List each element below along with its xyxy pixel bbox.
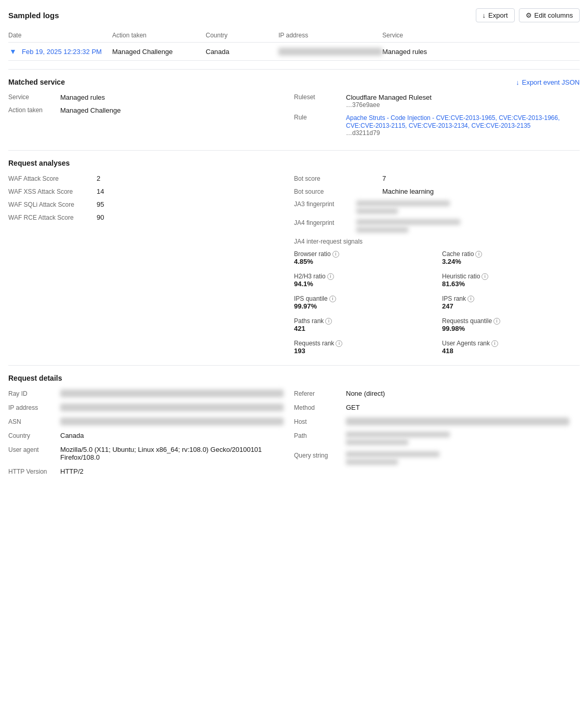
service-row: Service Managed rules — [8, 93, 284, 101]
export-json-label: Export event JSON — [522, 78, 580, 86]
query-string-label: Query string — [294, 451, 346, 459]
col-date: Date — [8, 32, 112, 39]
info-icon-req-rank[interactable]: i — [336, 340, 342, 347]
query-string-row: Query string — [294, 451, 569, 465]
waf-attack-value: 2 — [97, 175, 100, 182]
ruleset-value: Cloudflare Managed Ruleset …376e9aee — [346, 93, 432, 109]
path-row: Path — [294, 432, 569, 445]
ip-address-cell: 192.168.100.1 — [278, 48, 382, 56]
info-icon-ua-rank[interactable]: i — [491, 340, 498, 347]
col-ip: IP address — [278, 32, 382, 39]
ray-id-row: Ray ID XXXXXXXXXXXXXXXX — [8, 390, 284, 397]
ruleset-label: Ruleset — [294, 93, 346, 109]
request-analyses-section: Request analyses WAF Attack Score 2 WAF … — [8, 150, 580, 357]
info-icon-heuristic[interactable]: i — [482, 273, 488, 280]
info-icon-paths-rank[interactable]: i — [325, 318, 332, 325]
host-value: example.cloudflare.com — [346, 418, 569, 425]
service-cell: Managed rules — [382, 48, 580, 56]
path-label: Path — [294, 432, 346, 439]
col-service: Service — [382, 32, 580, 39]
host-row: Host example.cloudflare.com — [294, 418, 569, 425]
chevron-down-icon[interactable]: ▼ — [8, 47, 18, 56]
waf-rce-value: 90 — [97, 213, 104, 221]
info-icon-browser-ratio[interactable]: i — [332, 251, 339, 258]
signal-heuristic-ratio: Heuristic ratio i 81.63% — [442, 273, 580, 288]
info-icon-req-quantile[interactable]: i — [493, 318, 500, 325]
details-left: Ray ID XXXXXXXXXXXXXXXX IP address 192.1… — [8, 390, 294, 481]
analyses-grid: WAF Attack Score 2 WAF XSS Attack Score … — [8, 175, 580, 357]
request-details-section: Request details Ray ID XXXXXXXXXXXXXXXX … — [8, 365, 580, 481]
analyses-title: Request analyses — [8, 159, 70, 167]
col-action: Action taken — [112, 32, 206, 39]
requests-quantile-value: 99.98% — [442, 325, 580, 332]
info-icon-ips-quantile[interactable]: i — [329, 296, 336, 302]
ruleset-row: Ruleset Cloudflare Managed Ruleset …376e… — [294, 93, 569, 109]
header-actions: ↓ Export ⚙ Edit columns — [476, 8, 580, 22]
info-icon-ips-rank[interactable]: i — [467, 296, 474, 302]
waf-sqli-value: 95 — [97, 200, 104, 208]
h2h3-value: 94.1% — [294, 280, 432, 288]
ray-id-value: XXXXXXXXXXXXXXXX — [60, 390, 284, 397]
ray-id-label: Ray ID — [8, 390, 60, 397]
browser-ratio-value: 4.85% — [294, 258, 432, 265]
waf-xss-label: WAF XSS Attack Score — [8, 188, 97, 195]
inter-request-section: JA4 inter-request signals Browser ratio … — [294, 238, 580, 357]
export-label: Export — [488, 11, 508, 19]
action-value: Managed Challenge — [60, 106, 121, 114]
table-header: Date Action taken Country IP address Ser… — [8, 29, 580, 43]
gear-icon: ⚙ — [526, 11, 532, 19]
rule-row: Rule Apache Struts - Code Injection - CV… — [294, 114, 569, 137]
ja4-row: JA4 fingerprint — [294, 219, 580, 233]
waf-xss-value: 14 — [97, 187, 104, 195]
bot-source-value: Machine learning — [382, 187, 434, 195]
matched-service-left: Service Managed rules Action taken Manag… — [8, 93, 294, 142]
date-link[interactable]: Feb 19, 2025 12:23:32 PM — [22, 48, 102, 56]
signal-requests-rank: Requests rank i 193 — [294, 340, 432, 355]
http-version-value: HTTP/2 — [60, 467, 284, 475]
download-icon: ↓ — [483, 11, 486, 19]
method-value: GET — [346, 404, 569, 411]
section-header: Matched service ↓ Export event JSON — [8, 78, 580, 86]
signal-requests-quantile: Requests quantile i 99.98% — [442, 317, 580, 332]
page-header: Sampled logs ↓ Export ⚙ Edit columns — [8, 8, 580, 22]
ja3-value — [356, 200, 450, 214]
right-analysis: Bot score 7 Bot source Machine learning … — [294, 175, 580, 357]
waf-rce-label: WAF RCE Attack Score — [8, 214, 97, 221]
rule-value: Apache Struts - Code Injection - CVE:CVE… — [346, 114, 569, 137]
rule-link[interactable]: Apache Struts - Code Injection - CVE:CVE… — [346, 114, 560, 129]
ja3-row: JA3 fingerprint — [294, 200, 580, 214]
export-json-link[interactable]: ↓ Export event JSON — [516, 78, 580, 86]
http-version-label: HTTP Version — [8, 467, 60, 475]
country-label: Country — [8, 432, 60, 439]
info-icon-h2h3[interactable]: i — [327, 273, 334, 280]
info-icon-cache-ratio[interactable]: i — [475, 251, 482, 258]
bot-score-label: Bot score — [294, 175, 382, 182]
signal-browser-ratio: Browser ratio i 4.85% — [294, 250, 432, 265]
ips-rank-value: 247 — [442, 302, 580, 310]
bot-score-row: Bot score 7 — [294, 175, 580, 182]
waf-attack-label: WAF Attack Score — [8, 175, 97, 182]
country-row: Country Canada — [8, 432, 284, 439]
user-agents-rank-value: 418 — [442, 347, 580, 355]
table-row[interactable]: ▼ Feb 19, 2025 12:23:32 PM Managed Chall… — [8, 43, 580, 61]
matched-service-grid: Service Managed rules Action taken Manag… — [8, 93, 580, 142]
export-button[interactable]: ↓ Export — [476, 8, 515, 22]
bot-source-label: Bot source — [294, 188, 382, 195]
action-label: Action taken — [8, 106, 60, 114]
asn-row: ASN AS12345 Some Provider Inc — [8, 418, 284, 425]
user-agent-value: Mozilla/5.0 (X11; Ubuntu; Linux x86_64; … — [60, 446, 284, 461]
ip-address-row: IP address 192.168.1.1 — [8, 404, 284, 411]
waf-attack-row: WAF Attack Score 2 — [8, 175, 278, 182]
edit-columns-button[interactable]: ⚙ Edit columns — [519, 8, 580, 22]
method-label: Method — [294, 404, 346, 411]
service-label: Service — [8, 93, 60, 101]
waf-sqli-label: WAF SQLi Attack Score — [8, 201, 97, 208]
analyses-section-header: Request analyses — [8, 159, 580, 167]
http-version-row: HTTP Version HTTP/2 — [8, 467, 284, 475]
requests-rank-value: 193 — [294, 347, 432, 355]
waf-rce-row: WAF RCE Attack Score 90 — [8, 213, 278, 221]
action-row: Action taken Managed Challenge — [8, 106, 284, 114]
ja4-label: JA4 fingerprint — [294, 219, 356, 233]
ips-quantile-value: 99.97% — [294, 302, 432, 310]
country-value: Canada — [60, 432, 284, 439]
